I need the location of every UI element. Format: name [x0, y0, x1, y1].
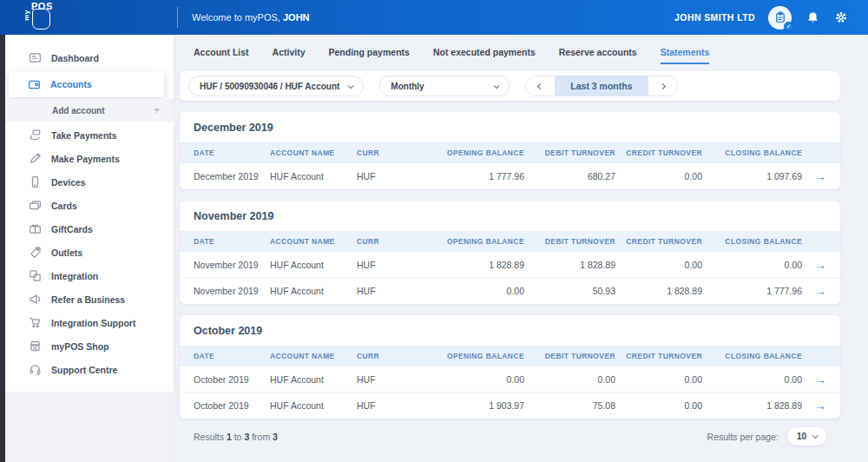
sidebar-item-cards[interactable]: Cards: [0, 194, 174, 217]
sidebar-item-devices[interactable]: Devices: [0, 170, 174, 194]
table-header-row: DATEACCOUNT NAMECURROPENING BALANCEDEBIT…: [180, 142, 840, 163]
sidebar-item-giftcards[interactable]: GiftCards: [0, 217, 174, 241]
cell-closing-balance: 1 097.69: [702, 171, 802, 182]
window-left-edge: [0, 35, 5, 462]
mypos-dashboard: POS my Welcome to myPOS, JOHN JOHN SMITH…: [0, 0, 868, 462]
row-detail-arrow-icon[interactable]: →: [814, 399, 826, 412]
main-content: Account ListActivityPending paymentsNot …: [174, 35, 868, 462]
profile-avatar[interactable]: ✓: [768, 6, 792, 30]
statement-section: November 2019 DATEACCOUNT NAMECURROPENIN…: [180, 201, 840, 304]
settings-gear-icon[interactable]: [833, 10, 849, 25]
column-header-credit-turnover: CREDIT TURNOVER: [615, 352, 702, 360]
cell-debit-turnover: 50.93: [524, 286, 615, 296]
results-per-page-value: 10: [797, 432, 806, 441]
column-header-curr: CURR: [357, 148, 411, 157]
account-select-value: HUF / 50090930046 / HUF Account: [200, 82, 339, 91]
section-title: October 2019: [180, 315, 840, 346]
mypos-logo[interactable]: POS my: [24, 3, 57, 31]
column-header-debit-turnover: DEBIT TURNOVER: [524, 352, 615, 360]
column-header-date: DATE: [194, 237, 270, 246]
outlets-icon: [29, 246, 42, 259]
sidebar-item-dashboard[interactable]: Dashboard: [0, 46, 174, 69]
logo-pos-text: POS: [31, 1, 55, 11]
table-header-row: DATEACCOUNT NAMECURROPENING BALANCEDEBIT…: [180, 346, 840, 366]
cell-credit-turnover: 0.00: [615, 400, 702, 411]
row-detail-arrow-icon[interactable]: →: [814, 373, 826, 386]
cell-date: December 2019: [194, 171, 270, 182]
statement-section: October 2019 DATEACCOUNT NAMECURROPENING…: [180, 315, 840, 419]
sidebar-item-mypos-shop[interactable]: myPOS Shop: [0, 334, 174, 358]
sidebar-item-support-centre[interactable]: Support Centre: [0, 358, 174, 381]
period-next-button[interactable]: [648, 76, 677, 96]
sidebar-item-label: Refer a Business: [51, 294, 125, 305]
cell-account-name: HUF Account: [270, 374, 357, 385]
tab-account-list[interactable]: Account List: [194, 47, 249, 64]
cell-date: October 2019: [194, 400, 270, 411]
cell-curr: HUF: [357, 171, 411, 182]
column-header-debit-turnover: DEBIT TURNOVER: [524, 148, 615, 157]
tab-statements[interactable]: Statements: [661, 47, 710, 64]
account-select[interactable]: HUF / 50090930046 / HUF Account: [188, 76, 364, 96]
sidebar-item-accounts[interactable]: Accounts: [9, 71, 164, 97]
cell-opening-balance: 0.00: [411, 374, 524, 385]
topbar-divider: [177, 7, 178, 28]
table-row[interactable]: November 2019HUF AccountHUF1 828.891 828…: [180, 252, 840, 278]
section-title: December 2019: [180, 112, 840, 142]
results-per-page-label: Results per page:: [707, 432, 779, 442]
cell-closing-balance: 1 828.89: [702, 400, 802, 411]
results-count: 3: [273, 432, 278, 442]
results-text: to: [232, 432, 245, 442]
topbar-right-group: JOHN SMITH LTD ✓: [674, 6, 849, 30]
sidebar-item-label: Dashboard: [51, 53, 99, 63]
row-detail-arrow-icon[interactable]: →: [814, 285, 826, 297]
sidebar-item-label: Take Payments: [51, 130, 117, 141]
frequency-select-value: Monthly: [391, 82, 424, 91]
sidebar-item-label: Integration Support: [51, 318, 135, 328]
sidebar-item-integration[interactable]: Integration: [0, 264, 174, 287]
column-header-account-name: ACCOUNT NAME: [270, 237, 357, 246]
sidebar-item-take-payments[interactable]: Take Payments: [0, 123, 174, 147]
table-row[interactable]: October 2019HUF AccountHUF0.000.000.000.…: [180, 366, 840, 393]
chevron-down-icon: [494, 82, 500, 89]
sidebar-item-label: Integration: [51, 271, 98, 281]
sidebar-subitem-add-account[interactable]: Add account+: [0, 99, 174, 122]
sidebar-item-refer-a-business[interactable]: Refer a Business: [0, 287, 174, 311]
support-centre-icon: [29, 363, 42, 376]
tab-activity[interactable]: Activity: [273, 47, 306, 64]
results-per-page-select[interactable]: 10: [787, 427, 826, 446]
accounts-icon: [28, 78, 41, 91]
tab-pending-payments[interactable]: Pending payments: [329, 47, 410, 64]
column-header-credit-turnover: CREDIT TURNOVER: [615, 237, 702, 246]
tab-reserve-accounts[interactable]: Reserve accounts: [559, 47, 637, 64]
period-label[interactable]: Last 3 months: [555, 76, 648, 96]
cell-debit-turnover: 680.27: [524, 171, 615, 182]
period-prev-button[interactable]: [526, 76, 555, 96]
sidebar-item-integration-support[interactable]: Integration Support: [0, 311, 174, 334]
refer-a-business-icon: [29, 293, 42, 306]
sidebar-item-label: Devices: [51, 177, 86, 188]
cell-curr: HUF: [357, 260, 411, 270]
column-header-opening-balance: OPENING BALANCE: [411, 237, 524, 246]
filters-card: HUF / 50090930046 / HUF Account Monthly …: [180, 71, 840, 101]
plus-icon: +: [154, 104, 160, 116]
frequency-select[interactable]: Monthly: [379, 76, 510, 96]
dashboard-icon: [29, 51, 42, 64]
cell-opening-balance: 1 828.89: [411, 260, 524, 270]
sidebar-navigation: DashboardAccountsAdd account+Take Paymen…: [0, 35, 174, 462]
cell-debit-turnover: 75.08: [524, 400, 615, 411]
column-header-opening-balance: OPENING BALANCE: [411, 148, 524, 157]
sidebar-item-make-payments[interactable]: Make Payments: [0, 147, 174, 170]
company-name[interactable]: JOHN SMITH LTD: [674, 12, 755, 23]
table-row[interactable]: October 2019HUF AccountHUF1 903.9775.080…: [180, 393, 840, 419]
notifications-bell-icon[interactable]: [805, 10, 820, 25]
row-detail-arrow-icon[interactable]: →: [814, 259, 826, 271]
table-row[interactable]: December 2019HUF AccountHUF1 777.96680.2…: [180, 163, 840, 189]
welcome-message: Welcome to myPOS, JOHN: [192, 12, 310, 23]
sidebar-item-label: Make Payments: [51, 154, 120, 164]
cell-closing-balance: 0.00: [702, 374, 802, 385]
take-payments-icon: [29, 129, 42, 142]
row-detail-arrow-icon[interactable]: →: [814, 170, 826, 182]
tab-not-executed-payments[interactable]: Not executed payments: [433, 47, 536, 64]
sidebar-item-outlets[interactable]: Outlets: [0, 241, 174, 264]
table-row[interactable]: November 2019HUF AccountHUF0.0050.931 82…: [180, 278, 840, 304]
